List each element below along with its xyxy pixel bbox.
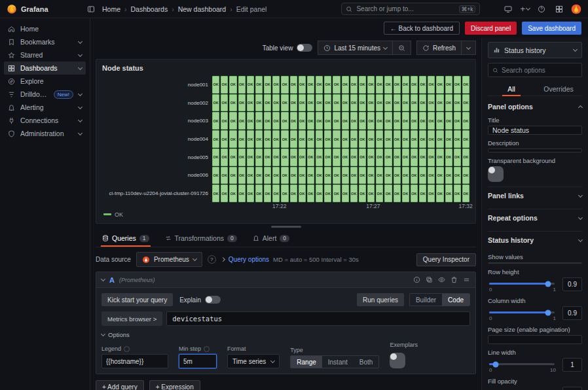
add-query-button[interactable]: + Add query <box>96 380 144 390</box>
sidebar-item-bookmarks[interactable]: Bookmarks <box>4 35 86 48</box>
status-cell[interactable]: OK <box>350 185 358 202</box>
status-cell[interactable]: OK <box>221 76 228 94</box>
status-cell[interactable]: OK <box>411 185 418 202</box>
status-cell[interactable]: OK <box>255 94 263 112</box>
status-cell[interactable]: OK <box>316 76 323 94</box>
slider-handle[interactable] <box>493 361 499 367</box>
status-cell[interactable]: OK <box>402 112 409 130</box>
visualization-picker[interactable]: Status history <box>488 42 582 58</box>
status-cell[interactable]: OK <box>428 149 435 166</box>
kick-start-query-button[interactable]: Kick start your query <box>101 293 173 306</box>
status-cell[interactable]: OK <box>255 130 263 148</box>
news-icon[interactable] <box>553 3 565 15</box>
breadcrumb-item-home[interactable]: Home <box>102 5 120 13</box>
discard-panel-button[interactable]: Discard panel <box>465 22 517 35</box>
status-cell[interactable]: OK <box>247 149 254 166</box>
table-view-toggle[interactable] <box>297 44 312 52</box>
status-cell[interactable]: OK <box>384 149 392 166</box>
sidebar-item-drilldown[interactable]: Drilldown New! <box>4 88 86 101</box>
status-cell[interactable]: OK <box>350 76 358 94</box>
status-cell[interactable]: OK <box>238 112 246 130</box>
status-cell[interactable]: OK <box>307 130 314 148</box>
status-cell[interactable]: OK <box>281 185 288 202</box>
status-cell[interactable]: OK <box>394 167 401 185</box>
status-cell[interactable]: OK <box>299 76 306 94</box>
status-cell[interactable]: OK <box>445 185 452 202</box>
status-cell[interactable]: OK <box>299 112 306 130</box>
status-cell[interactable]: OK <box>255 167 263 185</box>
status-cell[interactable]: OK <box>290 167 297 185</box>
status-cell[interactable]: OK <box>264 76 271 94</box>
slider-handle[interactable] <box>545 281 551 287</box>
legend-field-input[interactable] <box>101 354 168 368</box>
status-cell[interactable]: OK <box>445 112 452 130</box>
status-cell[interactable]: OK <box>454 149 461 166</box>
status-cell[interactable]: OK <box>454 130 461 148</box>
status-cell[interactable]: OK <box>350 94 358 112</box>
status-cell[interactable]: OK <box>221 167 228 185</box>
sidebar-item-dashboards[interactable]: Dashboards <box>4 62 86 75</box>
status-cell[interactable]: OK <box>238 185 246 202</box>
status-cell[interactable]: OK <box>436 76 443 94</box>
status-cell[interactable]: OK <box>290 112 297 130</box>
legend-label[interactable]: OK <box>115 211 123 218</box>
status-cell[interactable]: OK <box>454 185 461 202</box>
status-cell[interactable]: OK <box>411 94 418 112</box>
status-cell[interactable]: OK <box>229 167 236 185</box>
chevron-down-icon[interactable] <box>78 130 83 135</box>
status-cell[interactable]: OK <box>307 94 314 112</box>
status-cell[interactable]: OK <box>402 94 409 112</box>
status-cell[interactable]: OK <box>324 167 331 185</box>
status-cell[interactable]: OK <box>272 112 280 130</box>
builder-option[interactable]: Builder <box>410 294 442 306</box>
exemplars-toggle[interactable] <box>390 353 405 368</box>
refresh-interval-dropdown[interactable] <box>462 41 476 55</box>
status-cell[interactable]: OK <box>342 149 349 166</box>
status-cell[interactable]: OK <box>307 149 314 166</box>
status-cell[interactable]: OK <box>212 185 219 202</box>
repeat-options-section[interactable]: Repeat options <box>488 209 582 226</box>
status-cell[interactable]: OK <box>462 149 469 166</box>
status-cell[interactable]: OK <box>411 112 418 130</box>
status-cell[interactable]: OK <box>221 149 228 166</box>
status-cell[interactable]: OK <box>376 185 383 202</box>
status-cell[interactable]: OK <box>462 94 469 112</box>
help-icon[interactable] <box>536 3 547 15</box>
status-cell[interactable]: OK <box>255 185 263 202</box>
status-cell[interactable]: OK <box>316 130 323 148</box>
status-cell[interactable]: OK <box>359 185 366 202</box>
status-cell[interactable]: OK <box>436 94 443 112</box>
status-cell[interactable]: OK <box>290 130 297 148</box>
status-cell[interactable]: OK <box>342 167 349 185</box>
status-cell[interactable]: OK <box>255 76 263 94</box>
status-cell[interactable]: OK <box>264 94 271 112</box>
panel-options-section-header[interactable]: Panel options <box>488 103 582 111</box>
status-cell[interactable]: OK <box>411 167 418 185</box>
status-cell[interactable]: OK <box>402 76 409 94</box>
chevron-down-icon[interactable] <box>78 91 83 96</box>
type-instant-option[interactable]: Instant <box>322 356 354 368</box>
status-cell[interactable]: OK <box>229 94 236 112</box>
status-cell[interactable]: OK <box>428 167 435 185</box>
status-cell[interactable]: OK <box>221 185 228 202</box>
status-cell[interactable]: OK <box>428 185 435 202</box>
breadcrumb-item-dashboards[interactable]: Dashboards <box>131 5 168 13</box>
status-cell[interactable]: OK <box>359 167 366 185</box>
status-cell[interactable]: OK <box>212 112 219 130</box>
status-cell[interactable]: OK <box>342 94 349 112</box>
status-cell[interactable]: OK <box>445 76 452 94</box>
status-cell[interactable]: OK <box>238 149 246 166</box>
tab-transformations[interactable]: Transformations 0 <box>158 230 244 247</box>
status-cell[interactable]: OK <box>333 112 340 130</box>
status-cell[interactable]: OK <box>359 149 366 166</box>
status-cell[interactable]: OK <box>324 94 331 112</box>
status-cell[interactable]: OK <box>255 149 263 166</box>
status-cell[interactable]: OK <box>264 130 271 148</box>
slider-value-input[interactable]: 1 <box>562 358 582 372</box>
type-both-option[interactable]: Both <box>354 356 379 368</box>
run-queries-button[interactable]: Run queries <box>357 293 404 306</box>
status-cell[interactable]: OK <box>333 149 340 166</box>
global-search-input[interactable]: Search or jump to... ⌘+k <box>341 3 480 15</box>
status-cell[interactable]: OK <box>402 149 409 166</box>
status-cell[interactable]: OK <box>333 185 340 202</box>
